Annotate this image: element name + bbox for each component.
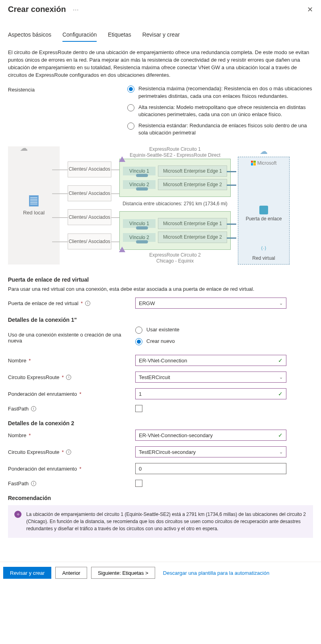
conn1-use-label: Uso de una conexión existente o creación… <box>8 332 135 344</box>
partner-box: Clientes/ Asociados <box>68 185 111 201</box>
radio-label: Resistencia máxima (recomendada): Resist… <box>138 85 313 99</box>
conn2-circuit-label: Circuito ExpressRoute <box>8 449 59 455</box>
conn2-fastpath-label: FastPath <box>8 481 29 486</box>
radio-icon <box>127 123 134 130</box>
recommendation-box: ✧ La ubicación de emparejamiento del cir… <box>8 505 313 538</box>
partner-box: Clientes/ Asociados <box>68 161 111 177</box>
triangle-icon <box>119 156 125 162</box>
chevron-down-icon: ⌄ <box>279 449 283 455</box>
partner-box: Clientes/ Asociados <box>68 209 111 225</box>
triangle-icon <box>119 247 125 252</box>
required-icon: * <box>79 466 81 472</box>
radio-label: Resistencia estándar: Redundancia de enl… <box>138 122 313 136</box>
conn2-circuit-select[interactable]: TestERCircuit-secondary⌄ <box>135 446 286 457</box>
resiliency-label: Resistencia <box>8 85 127 93</box>
msee1-box: Microsoft Enterprise Edge 1 <box>158 218 227 229</box>
download-template-link[interactable]: Descargar una plantilla para la automati… <box>163 570 269 576</box>
required-icon: * <box>29 358 31 364</box>
conn1-weight-label: Ponderación del enrutamiento <box>8 391 77 397</box>
gateway-label: Puerta de enlace <box>246 216 282 222</box>
tabs: Aspectos básicos Configuración Etiquetas… <box>0 28 321 42</box>
link2-label: Vínculo 2 <box>123 180 156 189</box>
radio-high-resiliency[interactable]: Alta resistencia: Modelo metropolitano q… <box>127 104 313 118</box>
vnet-label: Red virtual <box>252 255 275 261</box>
radio-icon <box>135 327 142 334</box>
cloud-icon: ☁ <box>260 146 268 156</box>
radio-icon <box>127 86 134 93</box>
radio-label: Alta resistencia: Modelo metropolitano q… <box>138 104 313 118</box>
radio-icon <box>135 338 142 345</box>
check-icon: ✓ <box>278 391 283 397</box>
onprem-box: ☁ Red local <box>8 146 60 265</box>
circuit1-box: Vínculo 1 Microsoft Enterprise Edge 1 Ví… <box>119 159 231 197</box>
radio-standard-resiliency[interactable]: Resistencia estándar: Redundancia de enl… <box>127 122 313 136</box>
radio-create-new[interactable]: Crear nuevo <box>135 338 286 345</box>
conn1-fastpath-checkbox[interactable] <box>135 405 142 412</box>
tab-settings[interactable]: Configuración <box>62 28 97 42</box>
conn1-name-label: Nombre <box>8 358 26 364</box>
conn1-circuit-select[interactable]: TestERCircuit⌄ <box>135 372 286 383</box>
info-icon[interactable]: i <box>66 449 71 455</box>
review-create-button[interactable]: Revisar y crear <box>3 567 51 579</box>
info-icon[interactable]: i <box>85 301 90 306</box>
required-icon: * <box>29 432 31 438</box>
gateway-field-label: Puerta de enlace de red virtual <box>8 300 78 306</box>
partners-column: Clientes/ Asociados Clientes/ Asociados … <box>60 146 119 265</box>
circuit2-box: Vínculo 1 Microsoft Enterprise Edge 1 Ví… <box>119 211 231 250</box>
footer: Revisar y crear Anterior Siguiente: Etiq… <box>0 562 321 584</box>
radio-label: Crear nuevo <box>146 338 175 345</box>
partner-box: Clientes/ Asociados <box>68 233 111 249</box>
more-icon[interactable]: ··· <box>73 6 79 13</box>
gateway-heading: Puerta de enlace de red virtual <box>8 276 313 283</box>
topology-diagram: ☁ Red local Clientes/ Asociados Clientes… <box>8 146 313 265</box>
microsoft-logo: Microsoft <box>251 160 277 166</box>
compass-icon: ✧ <box>14 511 21 518</box>
link1-label: Vínculo 1 <box>123 167 156 175</box>
reco-text: La ubicación de emparejamiento del circu… <box>26 511 307 532</box>
conn1-name-input[interactable]: ER-VNet-Connection✓ <box>135 355 286 366</box>
radio-use-existing[interactable]: Usar existente <box>135 326 286 334</box>
chevron-down-icon: ⌄ <box>279 301 283 306</box>
conn2-weight-label: Ponderación del enrutamiento <box>8 466 77 472</box>
microsoft-box: Microsoft Puerta de enlace ⟨·⟩ Red virtu… <box>238 157 290 265</box>
close-icon[interactable]: ✕ <box>307 5 313 14</box>
circuit1-subtitle: Equinix-Seattle-SE2 - ExpressRoute Direc… <box>119 152 231 159</box>
msee2-box: Microsoft Enterprise Edge 2 <box>158 232 227 243</box>
conn2-fastpath-checkbox[interactable] <box>135 480 142 487</box>
distance-text: Distancia entre ubicaciones: 2791 km (17… <box>119 201 231 207</box>
link2-label: Vínculo 2 <box>123 233 156 242</box>
arrows-icon: ⟨·⟩ <box>261 245 266 251</box>
msee1-box: Microsoft Enterprise Edge 1 <box>158 165 227 177</box>
conn1-heading: Detalles de la conexión 1" <box>8 317 313 323</box>
required-icon: * <box>62 374 64 380</box>
cloud-icon: ☁ <box>20 143 28 153</box>
required-icon: * <box>62 449 64 455</box>
page-title: Crear conexión <box>8 5 66 14</box>
reco-heading: Recomendación <box>8 495 313 501</box>
conn2-heading: Detalles de la conexión 2 <box>8 420 313 426</box>
tab-basics[interactable]: Aspectos básicos <box>8 28 51 42</box>
info-icon[interactable]: i <box>66 375 71 380</box>
info-icon[interactable]: i <box>31 481 36 486</box>
next-button[interactable]: Siguiente: Etiquetas > <box>91 567 155 579</box>
circuit2-subtitle: Chicago - Equinix <box>119 258 231 265</box>
conn2-name-input[interactable]: ER-VNet-Connection-secondary✓ <box>135 430 286 441</box>
info-icon[interactable]: i <box>31 406 36 411</box>
tab-review[interactable]: Revisar y crear <box>142 28 180 42</box>
check-icon: ✓ <box>278 357 283 364</box>
conn2-weight-input[interactable]: 0 <box>135 463 286 474</box>
radio-max-resiliency[interactable]: Resistencia máxima (recomendada): Resist… <box>127 85 313 99</box>
circuits-column: ExpressRoute Circuito 1 Equinix-Seattle-… <box>119 146 231 265</box>
conn2-name-label: Nombre <box>8 432 26 438</box>
previous-button[interactable]: Anterior <box>55 567 87 579</box>
radio-icon <box>127 104 134 111</box>
check-icon: ✓ <box>278 432 283 438</box>
gateway-select[interactable]: ERGW ⌄ <box>135 298 286 309</box>
required-icon: * <box>79 391 81 397</box>
circuit2-title: ExpressRoute Circuito 2 <box>119 252 231 259</box>
conn1-weight-input[interactable]: 1✓ <box>135 388 286 399</box>
conn1-circuit-label: Circuito ExpressRoute <box>8 374 59 380</box>
tab-tags[interactable]: Etiquetas <box>108 28 131 42</box>
gateway-value: ERGW <box>139 300 155 306</box>
microsoft-column: ☁ Microsoft Puerta de enlace ⟨·⟩ Red vir… <box>238 146 290 265</box>
